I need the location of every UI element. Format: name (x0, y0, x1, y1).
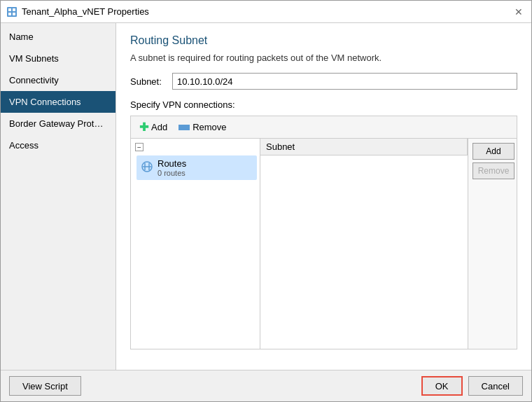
routes-list-area: Subnet (260, 139, 468, 349)
vpn-content-area: − (130, 138, 517, 349)
footer-left: View Script (9, 376, 81, 396)
footer-right: OK Cancel (421, 376, 523, 396)
content-area: Name VM Subnets Connectivity VPN Connect… (1, 23, 531, 370)
subnet-label: Subnet: (130, 76, 172, 87)
toolbar-add-button[interactable]: ✚ Add (136, 119, 170, 135)
svg-rect-3 (8, 13, 11, 15)
routes-remove-button[interactable]: Remove (472, 162, 514, 179)
vpn-routes-panel: Subnet Add Remove (260, 139, 517, 349)
toolbar-add-label: Add (151, 122, 167, 132)
collapse-icon[interactable]: − (135, 143, 144, 151)
sidebar-item-vm-subnets[interactable]: VM Subnets (1, 48, 115, 69)
add-plus-icon: ✚ (139, 120, 148, 134)
remove-bar-icon (178, 125, 190, 130)
title-text: Tenant_Alpha_vNET Properties (22, 6, 149, 17)
routes-icon (141, 160, 153, 175)
main-window: Tenant_Alpha_vNET Properties ✕ Name VM S… (0, 0, 532, 402)
svg-rect-2 (13, 8, 15, 11)
svg-rect-1 (8, 8, 11, 11)
sidebar-item-border-gateway[interactable]: Border Gateway Protocol... (1, 113, 115, 134)
window-icon (6, 6, 18, 18)
subnet-column-header: Subnet (260, 139, 468, 155)
routes-label: Routes (158, 158, 186, 169)
routes-tree-item[interactable]: Routes 0 routes (136, 155, 257, 180)
cancel-button[interactable]: Cancel (468, 376, 523, 396)
routes-body (260, 155, 468, 338)
toolbar-remove-button[interactable]: Remove (176, 120, 229, 134)
vpn-toolbar: ✚ Add Remove (130, 116, 517, 138)
toolbar-remove-label: Remove (192, 122, 226, 132)
sidebar-item-name[interactable]: Name (1, 26, 115, 48)
sidebar: Name VM Subnets Connectivity VPN Connect… (1, 23, 116, 370)
view-script-button[interactable]: View Script (9, 376, 81, 396)
tree-node: Routes 0 routes (136, 153, 257, 180)
routes-buttons-area: Add Remove (468, 139, 517, 349)
tree-item-text: Routes 0 routes (158, 158, 186, 177)
ok-button[interactable]: OK (421, 376, 463, 396)
sidebar-item-vpn-connections[interactable]: VPN Connections (1, 91, 115, 113)
subnet-input[interactable] (172, 73, 517, 90)
main-panel: Routing Subnet A subnet is required for … (116, 23, 531, 370)
routes-panel-inner: Subnet Add Remove (260, 139, 517, 349)
routes-add-button[interactable]: Add (472, 143, 514, 160)
tree-collapse[interactable]: − (134, 141, 257, 153)
footer: View Script OK Cancel (1, 370, 531, 401)
title-bar-left: Tenant_Alpha_vNET Properties (6, 6, 149, 18)
panel-title: Routing Subnet (130, 34, 517, 47)
routes-count: 0 routes (158, 169, 186, 177)
sidebar-item-connectivity[interactable]: Connectivity (1, 69, 115, 91)
routes-header: Subnet (260, 139, 468, 155)
panel-description: A subnet is required for routing packets… (130, 53, 517, 63)
title-bar: Tenant_Alpha_vNET Properties ✕ (1, 1, 531, 23)
sidebar-item-access[interactable]: Access (1, 134, 115, 156)
vpn-section-label: Specify VPN connections: (130, 99, 517, 110)
svg-rect-4 (13, 13, 15, 15)
subnet-row: Subnet: (130, 73, 517, 90)
close-button[interactable]: ✕ (512, 5, 526, 19)
vpn-tree: − (131, 139, 260, 349)
